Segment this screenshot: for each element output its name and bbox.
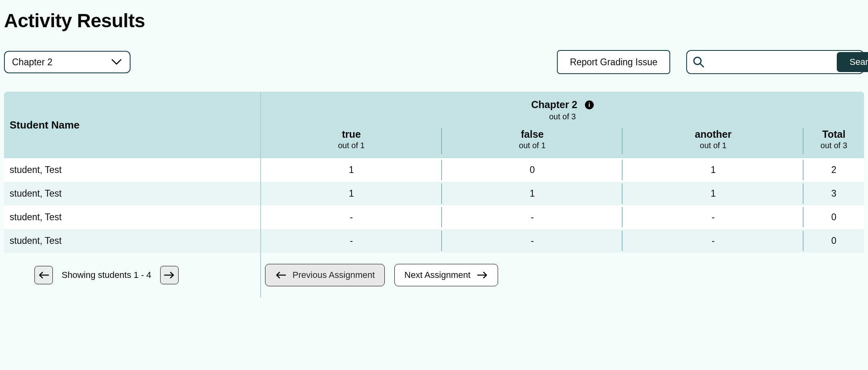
cell-score: - xyxy=(623,229,804,253)
table-row: student, Test---0 xyxy=(4,229,864,253)
arrow-left-icon xyxy=(38,271,49,279)
cell-score: - xyxy=(623,205,804,229)
cell-total: 3 xyxy=(804,182,864,205)
cell-score: 1 xyxy=(442,182,623,205)
cell-score: 1 xyxy=(261,158,442,182)
cell-total: 2 xyxy=(804,158,864,182)
top-controls: Chapter 2 Report Grading Issue Search xyxy=(4,50,864,74)
previous-assignment-button[interactable]: Previous Assignment xyxy=(265,264,385,286)
cell-student-name: student, Test xyxy=(4,158,261,182)
next-page-button[interactable] xyxy=(160,266,179,284)
pagination-status: Showing students 1 - 4 xyxy=(62,270,151,280)
footer-pagination-cell: Showing students 1 - 4 xyxy=(4,253,261,298)
footer-assignment-nav-cell: Previous Assignment Next Assignment xyxy=(261,253,864,298)
report-grading-issue-button[interactable]: Report Grading Issue xyxy=(557,50,670,74)
arrow-right-icon xyxy=(164,271,175,279)
table-row: student, Test1113 xyxy=(4,182,864,205)
cell-student-name: student, Test xyxy=(4,229,261,253)
search-box: Search xyxy=(686,50,864,74)
cell-total: 0 xyxy=(804,205,864,229)
column-header-total: Total out of 3 xyxy=(804,124,864,158)
cell-score: - xyxy=(442,229,623,253)
column-header-q2: false out of 1 xyxy=(442,124,623,158)
cell-score: 0 xyxy=(442,158,623,182)
cell-score: - xyxy=(261,205,442,229)
next-assignment-button[interactable]: Next Assignment xyxy=(394,264,498,286)
chapter-select[interactable]: Chapter 2 xyxy=(4,51,131,73)
table-row: student, Test---0 xyxy=(4,205,864,229)
column-header-q3: another out of 1 xyxy=(623,124,804,158)
arrow-right-icon xyxy=(477,271,488,279)
arrow-left-icon xyxy=(275,271,286,279)
info-icon[interactable]: i xyxy=(585,101,594,109)
cell-score: 1 xyxy=(261,182,442,205)
next-assignment-label: Next Assignment xyxy=(404,270,470,280)
chapter-out-of: out of 3 xyxy=(261,112,864,121)
page-title: Activity Results xyxy=(4,10,864,32)
cell-score: 1 xyxy=(623,182,804,205)
results-table: Student Name Chapter 2 i out of 3 true o… xyxy=(4,92,864,298)
table-row: student, Test1012 xyxy=(4,158,864,182)
previous-assignment-label: Previous Assignment xyxy=(293,270,375,280)
search-input[interactable] xyxy=(707,57,837,68)
chapter-header-label: Chapter 2 xyxy=(531,99,577,110)
column-header-student-name: Student Name xyxy=(4,92,261,158)
cell-total: 0 xyxy=(804,229,864,253)
column-group-chapter: Chapter 2 i out of 3 xyxy=(261,92,864,124)
chevron-down-icon xyxy=(111,59,122,65)
results-table-wrap: Student Name Chapter 2 i out of 3 true o… xyxy=(4,92,864,298)
cell-score: - xyxy=(442,205,623,229)
column-header-q1: true out of 1 xyxy=(261,124,442,158)
prev-page-button[interactable] xyxy=(34,266,53,284)
cell-score: - xyxy=(261,229,442,253)
chapter-select-value: Chapter 2 xyxy=(12,57,52,68)
cell-student-name: student, Test xyxy=(4,182,261,205)
cell-score: 1 xyxy=(623,158,804,182)
cell-student-name: student, Test xyxy=(4,205,261,229)
search-icon xyxy=(688,56,707,68)
report-grading-issue-label: Report Grading Issue xyxy=(570,57,657,68)
svg-line-1 xyxy=(700,64,703,67)
search-button[interactable]: Search xyxy=(837,52,868,72)
